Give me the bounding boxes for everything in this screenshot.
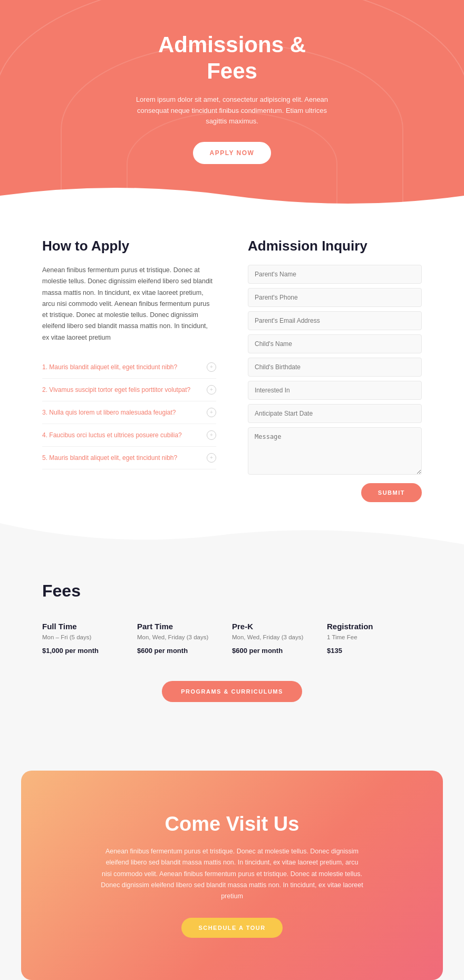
fees-title: Fees [42,581,422,601]
child-name-input[interactable] [248,334,422,353]
faq-item-5[interactable]: 5. Mauris blandit aliquet elit, eget tin… [42,447,216,469]
fee-prek-label: Pre-K [232,622,311,631]
faq-question-3: 3. Nulla quis lorem ut libero malesuada … [42,409,176,416]
fee-fulltime-price: $1,000 per month [42,647,121,655]
fee-card-prek: Pre-K Mon, Wed, Friday (3 days) $600 per… [232,622,327,655]
how-to-apply-column: How to Apply Aenean finibus fermentum pu… [42,238,216,502]
faq-expand-icon-5: + [207,453,216,463]
how-to-apply-title: How to Apply [42,238,216,254]
hero-wave [0,180,464,206]
programs-curriculums-button[interactable]: PROGRAMS & CURRICULUMS [162,681,302,702]
faq-item-4[interactable]: 4. Faucibus orci luctus et ultrices posu… [42,424,216,447]
faq-question-2: 2. Vivamus suscipit tortor eget felis po… [42,386,190,393]
apply-now-button[interactable]: APPLY NOW [193,142,272,164]
how-to-apply-body: Aenean finibus fermentum purus et tristi… [42,265,216,343]
fee-prek-schedule: Mon, Wed, Friday (3 days) [232,634,311,640]
fee-registration-price: $135 [327,647,406,655]
wave-transition-top [0,523,464,550]
visit-section: Come Visit Us Aenean finibus fermentum p… [21,771,443,980]
interested-in-input[interactable] [248,381,422,400]
fee-parttime-schedule: Mon, Wed, Friday (3 days) [137,634,216,640]
faq-question-5: 5. Mauris blandit aliquet elit, eget tin… [42,454,177,462]
fees-section: Fees Full Time Mon – Fri (5 days) $1,000… [0,550,464,734]
fee-card-fulltime: Full Time Mon – Fri (5 days) $1,000 per … [42,622,137,655]
hero-section: Admissions &Fees Lorem ipsum dolor sit a… [0,0,464,206]
submit-button[interactable]: SUBMIT [361,483,422,502]
parent-phone-input[interactable] [248,288,422,307]
faq-expand-icon-3: + [207,408,216,417]
faq-expand-icon-2: + [207,385,216,395]
how-apply-section: How to Apply Aenean finibus fermentum pu… [0,206,464,523]
hero-title: Admissions &Fees [158,32,306,85]
fee-fulltime-schedule: Mon – Fri (5 days) [42,634,121,640]
fee-registration-label: Registration [327,622,406,631]
parent-name-input[interactable] [248,265,422,284]
faq-item-3[interactable]: 3. Nulla quis lorem ut libero malesuada … [42,401,216,424]
faq-expand-icon-4: + [207,430,216,440]
visit-title: Come Visit Us [53,813,411,835]
parent-email-input[interactable] [248,311,422,330]
admission-inquiry-column: Admission Inquiry SUBMIT [248,238,422,502]
faq-item-1[interactable]: 1. Mauris blandit aliquet elit, eget tin… [42,356,216,379]
faq-question-1: 1. Mauris blandit aliquet elit, eget tin… [42,363,177,371]
child-birthdate-input[interactable] [248,358,422,377]
visit-wrapper: Come Visit Us Aenean finibus fermentum p… [0,734,464,980]
inquiry-title: Admission Inquiry [248,238,422,254]
fee-card-parttime: Part Time Mon, Wed, Friday (3 days) $600… [137,622,232,655]
start-date-input[interactable] [248,404,422,423]
faq-question-4: 4. Faucibus orci luctus et ultrices posu… [42,431,182,439]
visit-description: Aenean finibus fermentum purus et tristi… [100,846,364,902]
fee-parttime-label: Part Time [137,622,216,631]
fee-card-registration: Registration 1 Time Fee $135 [327,622,422,655]
faq-expand-icon-1: + [207,362,216,372]
fee-prek-price: $600 per month [232,647,311,655]
fees-grid: Full Time Mon – Fri (5 days) $1,000 per … [42,622,422,655]
schedule-tour-button[interactable]: SCHEDULE A TOUR [181,918,282,938]
fee-registration-schedule: 1 Time Fee [327,634,406,640]
faq-list: 1. Mauris blandit aliquet elit, eget tin… [42,356,216,469]
fee-parttime-price: $600 per month [137,647,216,655]
message-textarea[interactable] [248,427,422,475]
fee-fulltime-label: Full Time [42,622,121,631]
faq-item-2[interactable]: 2. Vivamus suscipit tortor eget felis po… [42,379,216,401]
hero-description: Lorem ipsum dolor sit amet, consectetur … [132,94,332,127]
